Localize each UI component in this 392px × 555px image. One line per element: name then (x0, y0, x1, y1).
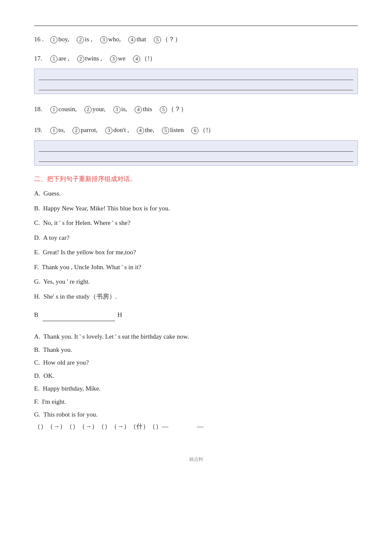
d2-itemB: B. Thank you. (34, 344, 358, 356)
question-19: 19. 1to, 2parrot, 3don't , 4the, 5listen… (34, 124, 358, 136)
q19-item6: 6（!） (191, 124, 214, 136)
d1-itemH: H. She' s in the study（书房）. (34, 290, 358, 303)
q18-item2: 2your, (84, 104, 106, 115)
q18-item4: 4this (135, 104, 152, 115)
question-18: 18. 1cousin, 2your, 3is, 4this 5（？） (34, 104, 358, 115)
d1-fill: B H (34, 308, 358, 321)
q16-item4: 4that (128, 34, 146, 45)
d2-itemC: C. How old are you? (34, 357, 358, 369)
dialogue2: A. Thank you. It ' s lovely. Let ' s eat… (34, 331, 358, 431)
d1-itemA: A. Guess. (34, 187, 358, 200)
footer-note: 稿点料 (34, 456, 358, 463)
d2-itemA: A. Thank you. It ' s lovely. Let ' s eat… (34, 331, 358, 343)
q17-item4: 4（!） (133, 53, 156, 64)
q18-item3: 3is, (113, 104, 127, 115)
d2-itemD: D. OK. (34, 370, 358, 382)
q18-item1: 1cousin, (50, 104, 77, 115)
q17-item2: 2twins , (77, 53, 102, 64)
q19-item4: 4the, (137, 124, 154, 136)
d1-itemB: B. Happy New Year, Mike! This blue box i… (34, 202, 358, 215)
d2-order: （）（→）（）（→）（）（→）（什）（）— — (34, 423, 358, 431)
q16-num: 16 . (34, 34, 50, 45)
q17-num: 17. (34, 53, 50, 64)
question-17: 17. 1are , 2twins , 3we 4（!） (34, 53, 358, 64)
q19-item1: 1to, (50, 124, 65, 136)
q17-item3: 3we (110, 53, 126, 64)
q19-item2: 2parrot, (72, 124, 98, 136)
dialogue1: A. Guess. B. Happy New Year, Mike! This … (34, 187, 358, 321)
answer-box-17 (34, 69, 358, 94)
q17-item1: 1are , (50, 53, 69, 64)
q19-num: 19. (34, 124, 50, 136)
q18-item5: 5（？） (160, 104, 187, 115)
top-line (34, 26, 358, 26)
section2-title: 二、把下列句子重新排序组成对话。 (34, 175, 358, 183)
d2-itemE: E. Happy birthday, Mike. (34, 382, 358, 395)
q19-item5: 5listen (162, 124, 184, 136)
d2-itemG: G. This robot is for you. (34, 408, 358, 421)
d1-itemC: C. No, it ' s for Helen. Where ' s she? (34, 217, 358, 229)
d2-itemF: F. I'm eight. (34, 396, 358, 408)
d1-itemE: E. Great! Is the yellow box for me,too? (34, 246, 358, 259)
q16-item1: 1boy, (50, 34, 69, 45)
d1-itemD: D. A toy car? (34, 232, 358, 244)
q18-num: 18. (34, 104, 50, 115)
d1-itemG: G. Yes, you ' re right. (34, 276, 358, 288)
q19-item3: 3don't , (105, 124, 129, 136)
q16-item5: 5（？） (154, 34, 181, 45)
answer-box-19 (34, 140, 358, 166)
question-16: 16 . 1boy, 2is , 3who, 4that 5（？） (34, 34, 358, 45)
d1-itemF: F. Thank you , Uncle John. What ' s in i… (34, 261, 358, 273)
q16-item3: 3who, (100, 34, 121, 45)
q16-item2: 2is , (77, 34, 92, 45)
